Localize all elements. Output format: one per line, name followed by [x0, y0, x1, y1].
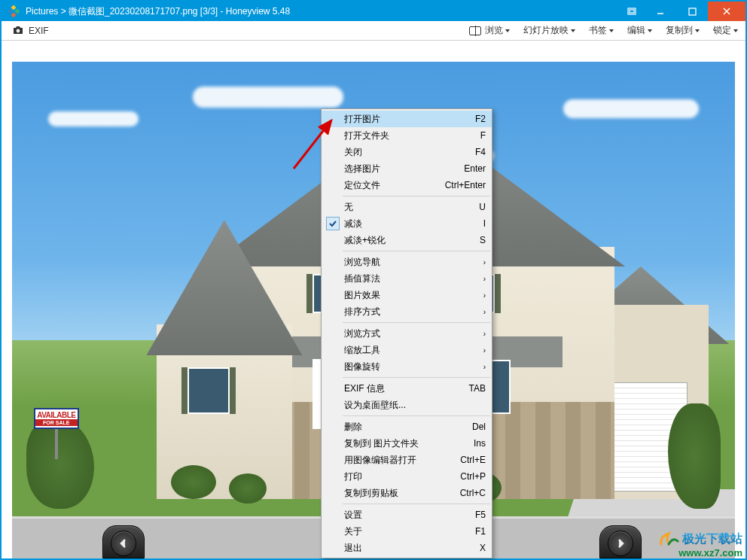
- chevron-down-icon: [571, 29, 575, 32]
- prev-button[interactable]: [111, 531, 136, 556]
- menubar: EXIF 浏览 幻灯片放映 书签 编辑 复制到 锁定: [2, 21, 745, 41]
- cm-fade[interactable]: 减淡I: [322, 215, 492, 232]
- cm-wallpaper[interactable]: 设为桌面壁纸...: [322, 397, 492, 413]
- app-icon: [6, 4, 21, 19]
- fit-icon: [469, 26, 481, 35]
- menu-lock[interactable]: 锁定: [713, 24, 738, 37]
- submenu-arrow-icon: ›: [483, 275, 486, 283]
- cm-sort[interactable]: 排序方式›: [322, 303, 492, 320]
- chevron-down-icon: [609, 29, 614, 32]
- chevron-down-icon: [505, 29, 510, 32]
- cm-fade-sharpen[interactable]: 减淡+锐化S: [322, 232, 492, 248]
- cm-locate-file[interactable]: 定位文件Ctrl+Enter: [322, 177, 492, 193]
- chevron-down-icon: [648, 29, 652, 32]
- submenu-arrow-icon: ›: [483, 330, 486, 338]
- menu-edit[interactable]: 编辑: [627, 24, 652, 37]
- svg-rect-1: [14, 8, 20, 14]
- cm-separator: [343, 196, 490, 196]
- cm-print[interactable]: 打印Ctrl+P: [322, 468, 492, 485]
- cm-rotate[interactable]: 图像旋转›: [322, 358, 492, 375]
- cm-browse-mode[interactable]: 浏览方式›: [322, 325, 492, 342]
- window-controls: [619, 2, 745, 21]
- next-button[interactable]: [608, 531, 633, 556]
- snap-button[interactable]: [619, 2, 645, 21]
- cm-nav[interactable]: 浏览导航›: [322, 254, 492, 270]
- svg-rect-2: [8, 8, 13, 14]
- watermark: 极光下载站 www.xz7.com: [658, 531, 742, 558]
- svg-rect-3: [11, 12, 16, 17]
- cm-interp[interactable]: 插值算法›: [322, 270, 492, 287]
- cm-zoom-tool[interactable]: 缩放工具›: [322, 342, 492, 358]
- submenu-arrow-icon: ›: [483, 291, 486, 300]
- minimize-button[interactable]: [645, 2, 676, 21]
- for-sale-sign: AVAILABLE FOR SALE: [34, 408, 79, 459]
- svg-rect-5: [630, 10, 634, 13]
- cm-about[interactable]: 关于F1: [322, 523, 492, 540]
- chevron-down-icon: [695, 29, 700, 32]
- svg-rect-0: [11, 5, 16, 11]
- maximize-button[interactable]: [676, 2, 708, 21]
- submenu-arrow-icon: ›: [483, 346, 486, 355]
- exif-label[interactable]: EXIF: [29, 26, 49, 36]
- submenu-arrow-icon: ›: [483, 308, 486, 316]
- cm-exit[interactable]: 退出X: [322, 540, 492, 556]
- cm-effect[interactable]: 图片效果›: [322, 287, 492, 303]
- cm-exif-info[interactable]: EXIF 信息TAB: [322, 380, 492, 397]
- cm-separator: [343, 415, 490, 416]
- cm-select-image[interactable]: 选择图片Enter: [322, 160, 492, 177]
- prev-group: [102, 525, 145, 558]
- menu-browse[interactable]: 浏览: [469, 24, 510, 37]
- camera-icon: [12, 26, 24, 35]
- submenu-arrow-icon: ›: [483, 258, 486, 266]
- cm-separator: [343, 504, 490, 504]
- svg-rect-7: [689, 8, 696, 15]
- cm-open-editor[interactable]: 用图像编辑器打开Ctrl+E: [322, 452, 492, 468]
- chevron-down-icon: [733, 29, 738, 32]
- cm-open-image[interactable]: 打开图片F2: [322, 111, 492, 127]
- menu-slideshow[interactable]: 幻灯片放映: [523, 24, 575, 37]
- cm-separator: [343, 251, 490, 251]
- svg-point-10: [17, 29, 20, 33]
- cm-copy-clipboard[interactable]: 复制到剪贴板Ctrl+C: [322, 485, 492, 501]
- menu-copyto[interactable]: 复制到: [666, 24, 700, 37]
- close-button[interactable]: [708, 2, 745, 21]
- next-group: [599, 525, 642, 558]
- check-icon: [326, 217, 340, 230]
- menu-bookmark[interactable]: 书签: [589, 24, 614, 37]
- cm-open-folder[interactable]: 打开文件夹F: [322, 127, 492, 144]
- cm-separator: [343, 377, 490, 378]
- window-title: Pictures > 微信截图_20230208171707.png [3/3]…: [26, 5, 619, 18]
- cm-settings[interactable]: 设置F5: [322, 507, 492, 523]
- cm-close[interactable]: 关闭F4: [322, 144, 492, 160]
- titlebar[interactable]: Pictures > 微信截图_20230208171707.png [3/3]…: [2, 2, 745, 21]
- cm-none[interactable]: 无U: [322, 199, 492, 215]
- cm-delete[interactable]: 删除Del: [322, 418, 492, 435]
- watermark-logo-icon: [658, 531, 679, 547]
- cm-separator: [343, 322, 490, 323]
- submenu-arrow-icon: ›: [483, 363, 486, 371]
- cm-copy-to-folder[interactable]: 复制到 图片文件夹Ins: [322, 435, 492, 452]
- context-menu: 打开图片F2 打开文件夹F 关闭F4 选择图片Enter 定位文件Ctrl+En…: [321, 108, 492, 558]
